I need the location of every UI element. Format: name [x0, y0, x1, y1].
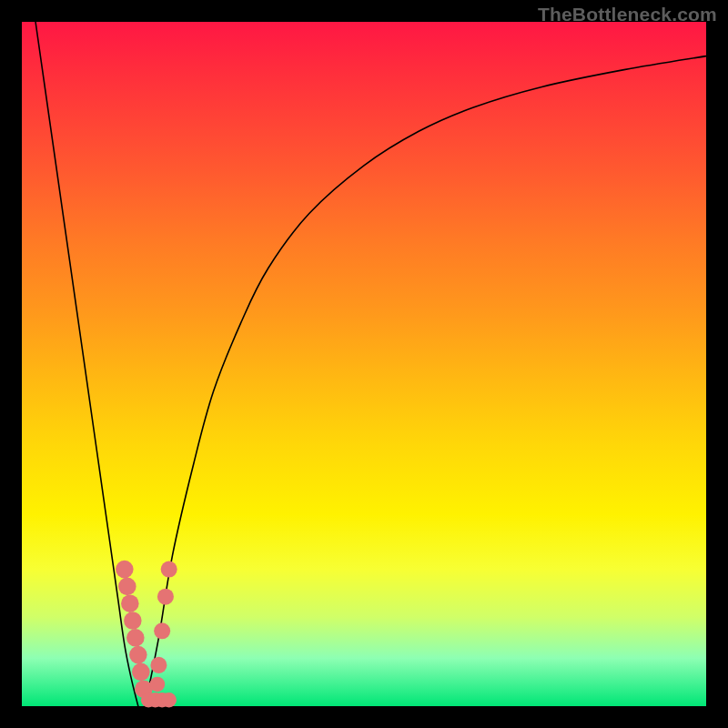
data-marker — [129, 646, 147, 664]
watermark-label: TheBottleneck.com — [538, 4, 717, 25]
data-marker — [150, 657, 167, 673]
data-marker — [132, 663, 150, 682]
data-marker — [121, 594, 139, 612]
curves-svg — [22, 22, 706, 706]
curve-right — [145, 56, 706, 706]
chart-stage: TheBottleneck.com — [0, 0, 728, 728]
data-marker — [154, 622, 170, 639]
data-marker — [161, 561, 177, 578]
data-marker — [126, 629, 145, 647]
data-marker — [118, 578, 136, 596]
plot-area — [22, 22, 706, 706]
data-marker — [161, 693, 177, 708]
data-marker — [124, 612, 142, 630]
data-marker — [150, 677, 166, 693]
data-marker — [157, 589, 174, 605]
data-marker — [116, 561, 134, 579]
